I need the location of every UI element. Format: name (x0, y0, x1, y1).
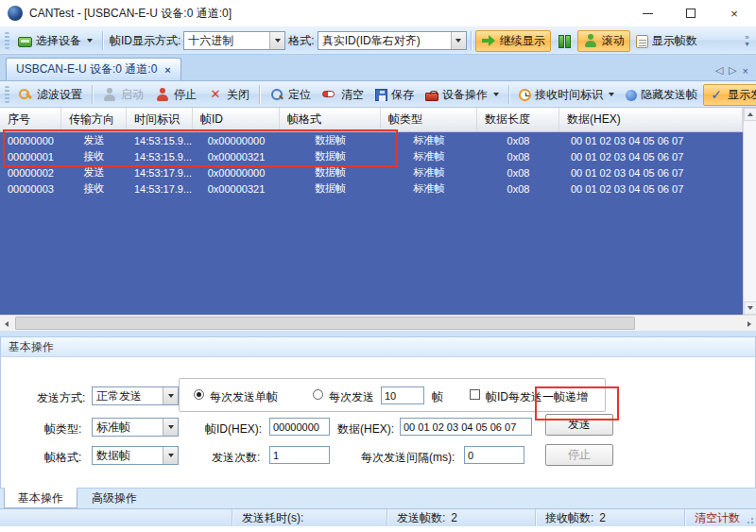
maximize-icon (686, 9, 696, 18)
pause-button[interactable] (551, 30, 577, 51)
resize-grip[interactable] (745, 515, 754, 524)
tab-nav-close-icon[interactable]: × (743, 65, 748, 77)
close-icon: × (730, 7, 738, 21)
send-frames-label: 发送帧数: (397, 510, 445, 526)
device-operation-button[interactable]: 设备操作 (420, 84, 505, 106)
stop-send-button[interactable]: 停止 (545, 444, 613, 466)
continue-display-button[interactable]: 继续显示 (475, 30, 551, 52)
start-icon (102, 87, 117, 102)
column-header[interactable]: 数据(HEX) (559, 108, 743, 131)
close-channel-button[interactable]: ✕ 关闭 (202, 84, 255, 106)
single-frame-radio[interactable] (194, 389, 204, 400)
close-button[interactable]: × (713, 0, 756, 26)
magnifier-icon (269, 87, 284, 102)
window-title: CANTest - [USBCAN-E-U 设备:0 通道:0] (29, 6, 232, 22)
table-cell: 0x08 (477, 180, 559, 197)
vertical-scrollbar[interactable] (743, 108, 756, 315)
frame-type-select[interactable]: 标准帧 (92, 418, 179, 437)
start-button[interactable]: 启动 (96, 84, 149, 106)
scroll-down-icon[interactable] (744, 301, 756, 315)
table-row[interactable]: 00000003接收14:53:17.9...0x00000321数据帧标准帧0… (0, 180, 743, 197)
multi-frame-radio[interactable] (313, 389, 323, 400)
multi-frame-count-input[interactable] (381, 386, 424, 404)
table-row[interactable]: 00000000发送14:53:15.9...0x00000000数据帧标准帧0… (0, 132, 743, 148)
tab-basic-operation[interactable]: 基本操作 (4, 488, 77, 508)
tab-nav-next-icon[interactable]: ▷ (729, 64, 736, 77)
data-hex-label: 数据(HEX): (337, 421, 394, 438)
check-icon: ✓ (709, 87, 724, 102)
person-icon (583, 33, 598, 48)
table-row[interactable]: 00000002发送14:53:17.9...0x00000000数据帧标准帧0… (0, 164, 743, 180)
hide-send-frames-button[interactable]: 隐藏发送帧 (620, 84, 703, 106)
document-tab-bar: USBCAN-E-U 设备:0 通道:0 × ◁ ▷ × (0, 55, 756, 81)
scroll-left-icon[interactable] (0, 317, 13, 331)
dropdown-arrow-icon[interactable] (451, 32, 466, 49)
table-cell: 14:53:15.9... (127, 132, 193, 148)
column-header[interactable]: 帧格式 (280, 108, 381, 131)
frame-id-input[interactable] (269, 418, 330, 436)
show-send-frames-button[interactable]: ✓ 显示发送帧 (703, 84, 756, 106)
tab-advanced-operation-label: 高级操作 (92, 490, 137, 506)
save-icon (375, 89, 387, 101)
scroll-right-icon[interactable] (743, 317, 756, 331)
dropdown-arrow-icon[interactable] (163, 447, 178, 464)
tab-advanced-operation[interactable]: 高级操作 (77, 489, 151, 508)
dropdown-arrow-icon[interactable] (163, 419, 178, 436)
select-device-button[interactable]: 选择设备 (12, 30, 98, 52)
tab-close-icon[interactable]: × (164, 64, 170, 76)
send-mode-value: 正常发送 (93, 388, 163, 404)
frame-format-select[interactable]: 数据帧 (92, 446, 179, 465)
send-button[interactable]: 发送 (545, 414, 613, 436)
frame-table[interactable]: 00000000发送14:53:15.9...0x00000000数据帧标准帧0… (0, 132, 743, 315)
receive-time-id-button[interactable]: 接收时间标识 (513, 84, 620, 106)
scrollbar-thumb[interactable] (15, 317, 635, 330)
dropdown-arrow-icon[interactable] (163, 387, 178, 404)
tab-nav-prev-icon[interactable]: ◁ (715, 64, 723, 77)
green-arrow-icon (481, 33, 496, 48)
maximize-button[interactable] (669, 0, 713, 26)
minimize-button[interactable] (626, 0, 669, 26)
format-value: 真实ID(ID靠右对齐) (318, 33, 451, 49)
notepad-icon (636, 35, 648, 48)
column-header[interactable]: 传输方向 (61, 108, 127, 131)
locate-button[interactable]: 定位 (264, 84, 317, 106)
column-header[interactable]: 数据长度 (477, 108, 559, 131)
table-row[interactable]: 00000001接收14:53:15.9...0x00000321数据帧标准帧0… (0, 148, 743, 164)
table-header: 序号传输方向时间标识帧ID帧格式帧类型数据长度数据(HEX) (0, 108, 743, 132)
table-cell: 0x00000321 (193, 180, 280, 197)
interval-input[interactable] (464, 446, 524, 464)
channel-tab[interactable]: USBCAN-E-U 设备:0 通道:0 × (6, 58, 181, 80)
column-header[interactable]: 帧ID (193, 108, 280, 131)
column-header[interactable]: 时间标识 (127, 108, 193, 131)
tab-basic-operation-label: 基本操作 (18, 490, 63, 506)
frame-id-increment-checkbox[interactable] (470, 389, 480, 400)
filter-settings-button[interactable]: 滤波设置 (12, 84, 88, 106)
red-x-icon: ✕ (208, 87, 223, 102)
scroll-up-icon[interactable] (744, 108, 756, 121)
send-mode-select[interactable]: 正常发送 (92, 386, 179, 405)
format-select[interactable]: 真实ID(ID靠右对齐) (318, 31, 467, 50)
data-hex-input[interactable] (400, 418, 532, 436)
dropdown-arrow-icon[interactable] (269, 32, 284, 49)
table-cell: 标准帧 (381, 132, 477, 148)
column-header[interactable]: 序号 (0, 108, 61, 131)
table-cell: 14:53:17.9... (127, 180, 193, 197)
toolbar-grip[interactable] (5, 86, 9, 103)
stop-button[interactable]: 停止 (149, 84, 202, 106)
send-times-input[interactable] (269, 446, 330, 464)
toolbar-overflow-button[interactable]: »▾ (741, 34, 754, 47)
column-header[interactable]: 帧类型 (381, 108, 477, 131)
toolbar-grip[interactable] (5, 32, 9, 49)
table-cell: 00000001 (0, 148, 61, 164)
clear-button[interactable]: 清空 (317, 84, 369, 106)
horizontal-scrollbar[interactable] (0, 315, 756, 331)
save-button[interactable]: 保存 (369, 84, 420, 106)
scroll-button[interactable]: 滚动 (577, 30, 630, 52)
stop-send-button-label: 停止 (568, 447, 591, 463)
table-cell: 00 01 02 03 04 05 06 07 (559, 180, 743, 197)
table-cell: 00000000 (0, 132, 61, 148)
show-frame-count-button[interactable]: 显示帧数 (630, 30, 703, 52)
table-cell: 14:53:15.9... (127, 148, 193, 164)
frame-id-display-select[interactable]: 十六进制 (183, 31, 285, 50)
status-send-frames: 发送帧数: 2 (387, 509, 536, 526)
